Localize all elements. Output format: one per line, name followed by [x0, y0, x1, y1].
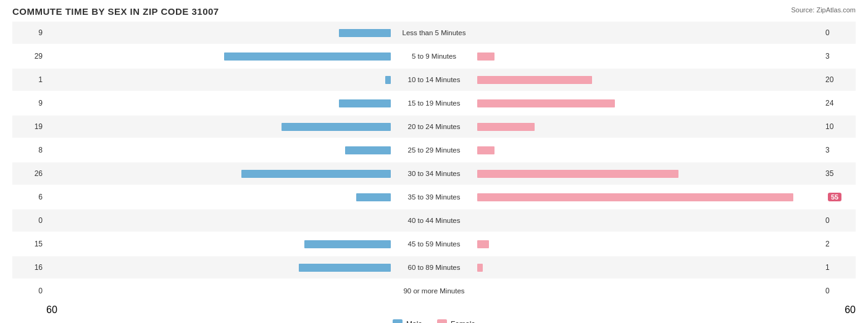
male-value-2: 1 [12, 75, 46, 84]
center-label-7: 35 to 39 Minutes [391, 193, 477, 201]
male-bar-area-11 [46, 280, 391, 302]
male-bar-2 [385, 76, 391, 84]
male-value-11: 0 [12, 287, 46, 295]
male-bar-area-6 [46, 162, 391, 185]
table-row: 9 Less than 5 Minutes 0 [12, 22, 856, 44]
female-bar-area-4 [477, 115, 822, 138]
female-value-10: 1 [822, 263, 856, 272]
female-value-6: 35 [822, 169, 856, 178]
table-row: 0 90 or more Minutes 0 [12, 280, 856, 302]
female-value-0: 0 [822, 28, 856, 37]
center-label-6: 30 to 34 Minutes [391, 170, 477, 177]
female-bar-area-9 [477, 233, 822, 255]
legend-male: Male [393, 319, 422, 323]
female-bar-area-0 [477, 22, 822, 44]
female-value-11: 0 [822, 287, 856, 295]
female-value-1: 3 [822, 52, 856, 61]
female-value-8: 0 [822, 216, 856, 225]
female-bar-7 [477, 193, 793, 201]
male-legend-label: Male [406, 320, 422, 323]
male-bar-0 [339, 29, 391, 37]
table-row: 19 20 to 24 Minutes 10 [12, 115, 856, 138]
female-bar-1 [477, 52, 495, 61]
male-value-1: 29 [12, 52, 46, 61]
female-bar-6 [477, 170, 678, 178]
source-label: Source: ZipAtlas.com [791, 6, 856, 14]
legend: Male Female [12, 319, 856, 323]
table-row: 15 45 to 59 Minutes 2 [12, 233, 856, 255]
table-row: 26 30 to 34 Minutes 35 [12, 162, 856, 185]
table-row: 0 40 to 44 Minutes 0 [12, 209, 856, 232]
female-legend-box [437, 319, 447, 323]
chart-container: COMMUTE TIME BY SEX IN ZIP CODE 31007 So… [0, 0, 868, 323]
male-bar-4 [282, 123, 391, 131]
male-value-4: 19 [12, 122, 46, 131]
male-bar-area-1 [46, 45, 391, 67]
female-bar-2 [477, 76, 592, 84]
male-bar-9 [304, 240, 391, 248]
female-bar-area-11 [477, 280, 822, 302]
female-value-9: 2 [822, 240, 856, 248]
table-row: 6 35 to 39 Minutes 55 [12, 186, 856, 208]
legend-female: Female [437, 319, 475, 323]
female-bar-area-7 [477, 186, 822, 208]
table-row: 8 25 to 29 Minutes 3 [12, 139, 856, 161]
center-label-11: 90 or more Minutes [391, 287, 477, 295]
male-value-10: 16 [12, 263, 46, 272]
male-bar-3 [339, 99, 391, 107]
center-label-2: 10 to 14 Minutes [391, 76, 477, 83]
male-value-0: 9 [12, 28, 46, 37]
axis-labels: 60 60 [12, 304, 856, 316]
male-value-5: 8 [12, 146, 46, 154]
female-value-3: 24 [822, 99, 856, 107]
female-bar-area-3 [477, 92, 822, 114]
female-bar-area-1 [477, 45, 822, 67]
male-bar-6 [241, 170, 391, 178]
center-label-3: 15 to 19 Minutes [391, 99, 477, 107]
male-bar-area-4 [46, 115, 391, 138]
male-value-8: 0 [12, 216, 46, 225]
male-value-6: 26 [12, 169, 46, 178]
chart-title: COMMUTE TIME BY SEX IN ZIP CODE 31007 [12, 6, 856, 17]
male-bar-area-9 [46, 233, 391, 255]
female-bar-area-2 [477, 69, 822, 91]
male-bar-area-8 [46, 209, 391, 232]
table-row: 9 15 to 19 Minutes 24 [12, 92, 856, 114]
female-value-4: 10 [822, 122, 856, 131]
male-bar-area-2 [46, 69, 391, 91]
male-bar-7 [356, 193, 391, 201]
male-bar-area-10 [46, 256, 391, 279]
male-bar-area-7 [46, 186, 391, 208]
female-bar-area-10 [477, 256, 822, 279]
female-legend-label: Female [451, 320, 475, 323]
male-value-9: 15 [12, 240, 46, 248]
male-bar-area-0 [46, 22, 391, 44]
table-row: 16 60 to 89 Minutes 1 [12, 256, 856, 279]
male-legend-box [393, 319, 403, 323]
female-bar-3 [477, 99, 615, 107]
table-row: 1 10 to 14 Minutes 20 [12, 69, 856, 91]
female-value-5: 3 [822, 146, 856, 154]
male-bar-5 [345, 146, 391, 154]
male-bar-10 [299, 264, 391, 272]
female-bar-area-6 [477, 162, 822, 185]
center-label-1: 5 to 9 Minutes [391, 52, 477, 60]
center-label-0: Less than 5 Minutes [391, 29, 477, 36]
male-value-7: 6 [12, 193, 46, 201]
table-row: 29 5 to 9 Minutes 3 [12, 45, 856, 67]
axis-left: 60 [46, 304, 57, 316]
female-bar-area-8 [477, 209, 822, 232]
male-value-3: 9 [12, 99, 46, 107]
male-bar-area-3 [46, 92, 391, 114]
center-label-9: 45 to 59 Minutes [391, 240, 477, 248]
female-bar-9 [477, 240, 489, 248]
center-label-5: 25 to 29 Minutes [391, 146, 477, 154]
center-label-4: 20 to 24 Minutes [391, 123, 477, 130]
axis-right: 60 [845, 304, 856, 316]
female-bar-5 [477, 146, 495, 154]
female-bar-4 [477, 123, 535, 131]
center-label-8: 40 to 44 Minutes [391, 217, 477, 224]
female-bar-area-5 [477, 139, 822, 161]
female-value-7: 55 [822, 193, 856, 201]
chart-rows: 9 Less than 5 Minutes 0 29 5 to 9 Minute… [12, 22, 856, 302]
